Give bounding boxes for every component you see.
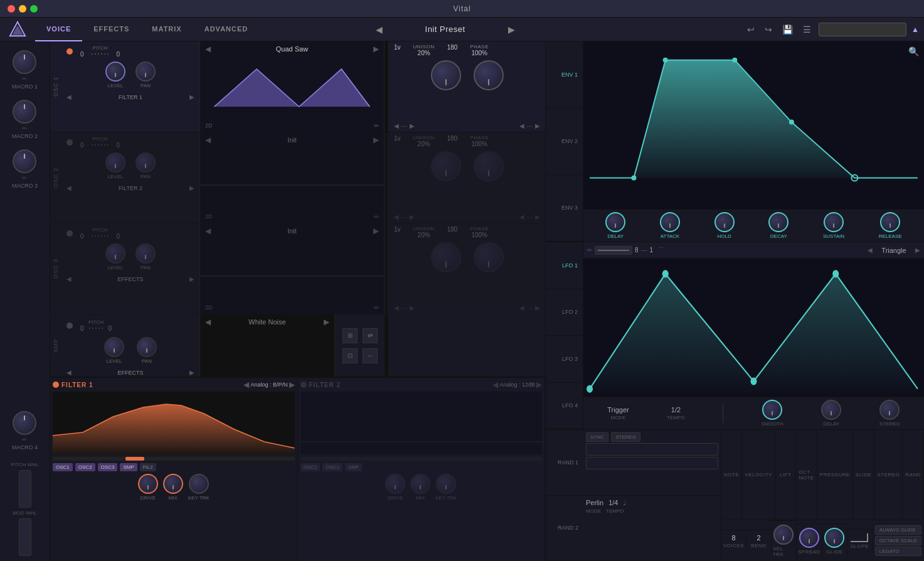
osc-2-edit-icon[interactable]: ✏ bbox=[374, 213, 379, 220]
smp-wave-next[interactable]: ▶ bbox=[324, 318, 329, 326]
osc-1-unison-knob[interactable] bbox=[431, 60, 461, 90]
env-1-label[interactable]: ENV 1 bbox=[546, 41, 583, 108]
env-attack-knob[interactable] bbox=[660, 212, 680, 232]
lfo-drag-handle[interactable] bbox=[595, 246, 632, 255]
tab-effects[interactable]: EFFECTS bbox=[82, 18, 141, 41]
minimize-button[interactable] bbox=[19, 5, 26, 13]
osc-1-sub-prev-r[interactable]: ◀ bbox=[519, 122, 524, 129]
osc-2-phase-knob[interactable] bbox=[474, 151, 504, 181]
env-delay-knob[interactable] bbox=[605, 212, 625, 232]
env-decay-knob[interactable] bbox=[768, 212, 789, 232]
osc-1-pan-knob[interactable] bbox=[135, 61, 156, 82]
maximize-button[interactable] bbox=[30, 5, 38, 13]
macro-2-knob[interactable] bbox=[13, 100, 36, 124]
filter-2-keytrk-knob[interactable] bbox=[436, 474, 456, 494]
tab-matrix[interactable]: MATRIX bbox=[141, 18, 193, 41]
osc-3-phase-knob[interactable] bbox=[474, 242, 504, 272]
env-hold-knob[interactable] bbox=[714, 212, 735, 232]
osc-1-edit-icon[interactable]: ✏ bbox=[374, 122, 379, 129]
lfo-1-label[interactable]: LFO 1 bbox=[546, 242, 583, 289]
close-button[interactable] bbox=[8, 5, 15, 13]
preset-search-bar[interactable] bbox=[819, 23, 906, 36]
env-3-label[interactable]: ENV 3 bbox=[546, 175, 583, 242]
filter-1-mix-knob[interactable] bbox=[163, 474, 183, 494]
voice-spread-knob[interactable] bbox=[799, 528, 819, 548]
tab-voice[interactable]: VOICE bbox=[35, 18, 82, 41]
filter-2-type-prev[interactable]: ◀ bbox=[492, 380, 498, 389]
rand-1-bar[interactable] bbox=[586, 443, 718, 456]
lfo-stereo-knob[interactable] bbox=[879, 400, 900, 420]
osc-1-level-knob[interactable] bbox=[105, 61, 125, 82]
save-button[interactable]: 💾 bbox=[780, 24, 795, 35]
rand-1-bar-2[interactable] bbox=[586, 457, 718, 469]
env-sustain-knob[interactable] bbox=[824, 212, 844, 232]
filter-1-enable[interactable] bbox=[53, 382, 59, 388]
rand-2-label[interactable]: RAND 2 bbox=[546, 496, 583, 561]
smp-shuffle-icon[interactable]: ⇄ bbox=[363, 328, 378, 343]
lfo-delay-knob[interactable] bbox=[821, 400, 841, 420]
mod-wheel[interactable] bbox=[19, 518, 31, 556]
rand-1-stereo-btn[interactable]: STEREO bbox=[611, 432, 640, 442]
osc-1-sub-prev[interactable]: ◀ bbox=[394, 122, 399, 129]
voice-glide-knob[interactable] bbox=[824, 528, 844, 548]
smp-filter-next[interactable]: ▶ bbox=[189, 369, 194, 376]
filter-1-tag-fil2[interactable]: FIL2 bbox=[140, 463, 156, 471]
lfo-smooth-knob[interactable] bbox=[762, 400, 782, 420]
osc-3-enable[interactable] bbox=[66, 230, 73, 237]
osc-2-filter-prev[interactable]: ◀ bbox=[66, 184, 72, 191]
macro-4-edit-icon[interactable]: ✏ bbox=[22, 436, 27, 443]
filter-1-tag-osc3[interactable]: OSC3 bbox=[98, 463, 118, 471]
next-preset-button[interactable]: ▶ bbox=[506, 24, 518, 35]
macro-1-edit-icon[interactable]: ✏ bbox=[22, 75, 27, 82]
lfo-curve-icon[interactable]: ⌒ bbox=[658, 246, 664, 255]
smp-level-knob[interactable] bbox=[104, 337, 124, 357]
osc-1-sub-next-r[interactable]: ▶ bbox=[535, 122, 540, 129]
filter-1-tag-osc1[interactable]: OSC1 bbox=[53, 463, 73, 471]
lfo-shape-prev[interactable]: ◀ bbox=[868, 247, 873, 254]
prev-preset-button[interactable]: ◀ bbox=[373, 24, 385, 35]
osc-3-filter-prev[interactable]: ◀ bbox=[66, 275, 72, 282]
filter-1-cutoff-handle[interactable] bbox=[125, 457, 144, 461]
osc-3-wave-next[interactable]: ▶ bbox=[373, 227, 379, 235]
macro-1-knob[interactable] bbox=[13, 50, 36, 74]
osc-2-pan-knob[interactable] bbox=[135, 152, 156, 173]
smp-swap-icon[interactable]: ↔ bbox=[363, 348, 378, 363]
filter-2-cutoff-slider[interactable] bbox=[300, 457, 543, 461]
filter-1-tag-osc2[interactable]: OSC2 bbox=[75, 463, 95, 471]
osc-1-sub-next[interactable]: ▶ bbox=[410, 122, 415, 129]
filter-2-tag-osc2[interactable]: OSC2 bbox=[322, 463, 343, 471]
smp-wave-prev[interactable]: ◀ bbox=[205, 318, 211, 326]
filter-2-mix-knob[interactable] bbox=[410, 474, 430, 494]
env-release-knob[interactable] bbox=[880, 212, 900, 232]
smp-pan-knob[interactable] bbox=[137, 337, 157, 357]
filter-2-drive-knob[interactable] bbox=[385, 474, 405, 494]
osc-1-wave-prev[interactable]: ◀ bbox=[205, 45, 211, 53]
menu-button[interactable]: ☰ bbox=[800, 24, 814, 35]
smp-save-icon[interactable]: ⊡ bbox=[343, 348, 358, 363]
filter-2-tag-smp[interactable]: SMP bbox=[345, 463, 362, 471]
macro-3-edit-icon[interactable]: ✏ bbox=[22, 174, 27, 181]
rand-1-label[interactable]: RAND 1 bbox=[546, 430, 583, 495]
osc-2-filter-next[interactable]: ▶ bbox=[189, 184, 194, 191]
osc-1-filter-next[interactable]: ▶ bbox=[189, 94, 194, 100]
tab-advanced[interactable]: ADVANCED bbox=[193, 18, 260, 41]
filter-1-type-prev[interactable]: ◀ bbox=[243, 380, 249, 389]
rand-1-sync-btn[interactable]: SYNC bbox=[586, 432, 608, 442]
pitch-wheel[interactable] bbox=[19, 470, 31, 508]
osc-1-enable[interactable] bbox=[66, 48, 73, 55]
macro-4-knob[interactable] bbox=[13, 411, 36, 435]
osc-1-phase-knob[interactable] bbox=[474, 60, 504, 90]
osc-1-filter-prev[interactable]: ◀ bbox=[66, 94, 72, 100]
lfo-shape-next[interactable]: ▶ bbox=[915, 247, 920, 254]
osc-2-wave-next[interactable]: ▶ bbox=[373, 136, 379, 144]
filter-2-enable[interactable] bbox=[300, 382, 307, 388]
filter-1-cutoff-slider[interactable] bbox=[53, 457, 295, 461]
osc-2-enable[interactable] bbox=[66, 139, 73, 146]
always-glide-btn[interactable]: ALWAYS GLIDE bbox=[875, 525, 921, 535]
filter-2-tag-osc1[interactable]: OSC1 bbox=[300, 463, 321, 471]
osc-3-filter-next[interactable]: ▶ bbox=[189, 275, 194, 282]
macro-2-edit-icon[interactable]: ✏ bbox=[22, 125, 27, 132]
osc-3-wave-prev[interactable]: ◀ bbox=[205, 227, 211, 235]
filter-1-tag-smp[interactable]: SMP bbox=[120, 463, 137, 471]
env-2-label[interactable]: ENV 2 bbox=[546, 108, 583, 174]
